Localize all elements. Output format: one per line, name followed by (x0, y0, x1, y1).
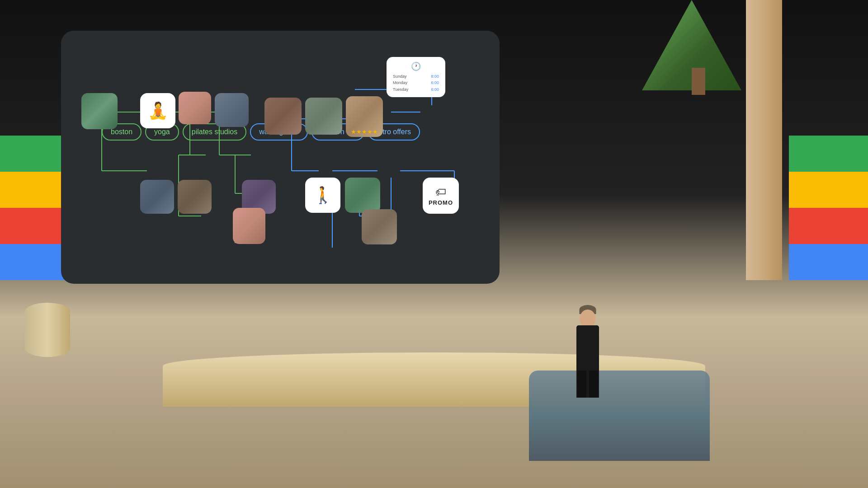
stripe-blue-right (789, 244, 868, 280)
promo-label: PROMO (429, 199, 453, 206)
stripe-green-right (789, 136, 868, 172)
leg-right (589, 371, 598, 398)
person-pilates-image (362, 209, 397, 244)
studio-rated-image: ★★★★★ (346, 96, 383, 137)
clock-icon: 🕐 (393, 61, 439, 71)
promo-card: 🏷 PROMO (423, 178, 459, 214)
hours-tuesday: Tuesday 6:00 (393, 86, 439, 93)
pilates-equipment-image (215, 93, 249, 127)
hours-card: 🕐 Sunday 8:00 Monday 6:00 Tuesday 6:00 (387, 57, 445, 97)
boston-park-image (81, 93, 118, 129)
yoga-icon-card: 🧘 (140, 93, 175, 128)
stripe-red-right (789, 208, 868, 244)
studio-stairs-image (264, 98, 302, 135)
walking-person-icon: 🚶 (313, 186, 333, 205)
hours-sunday: Sunday 8:00 (393, 73, 439, 80)
studio-interior-image (305, 98, 342, 135)
massage-image (178, 180, 212, 214)
tree-trunk (692, 68, 705, 95)
presenter-figure (570, 298, 606, 398)
cylinder-decoration (25, 303, 70, 357)
stripe-yellow-right (789, 172, 868, 208)
pillar-right (746, 0, 782, 280)
yoga-mat-image (179, 92, 211, 124)
yoga-meditation-icon: 🧘 (148, 101, 168, 120)
walk-icon-card: 🚶 (305, 178, 340, 213)
outdoor-path-image (345, 178, 380, 213)
equipment2-image (140, 180, 174, 214)
color-stripes-right (789, 136, 868, 280)
presenter-legs (577, 371, 598, 398)
graph-canvas: boston yoga pilates studios walking time… (75, 44, 486, 270)
promo-tag-icon: 🏷 (435, 186, 446, 198)
presenter-head (580, 310, 596, 328)
display-panel: boston yoga pilates studios walking time… (61, 31, 500, 284)
sofa-decoration (529, 371, 710, 461)
hours-monday: Monday 6:00 (393, 80, 439, 86)
studio-stars-rating: ★★★★★ (346, 128, 383, 135)
person-practicing-image (233, 208, 265, 244)
leg-left (577, 371, 586, 398)
